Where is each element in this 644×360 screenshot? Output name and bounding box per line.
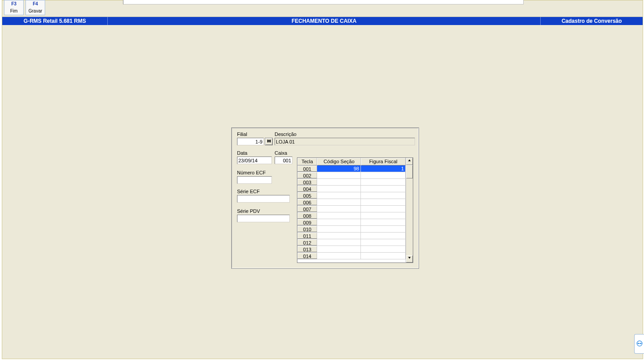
title-center: FECHAMENTO DE CAIXA <box>108 17 541 25</box>
serie-ecf-label: Série ECF <box>237 189 260 194</box>
serie-pdv-label: Série PDV <box>237 208 260 214</box>
f4-key-label: F4 <box>26 1 45 7</box>
row-figura-cell[interactable] <box>361 179 406 185</box>
table-row[interactable]: 008 <box>297 212 406 219</box>
table-row[interactable]: 012 <box>297 239 406 246</box>
row-codigo-cell[interactable]: 98 <box>317 165 361 172</box>
f3-label: Fim <box>4 8 23 14</box>
row-figura-cell[interactable] <box>361 226 406 232</box>
row-tecla-cell: 008 <box>297 212 317 219</box>
grid-header-tecla[interactable]: Tecla <box>297 158 317 165</box>
row-codigo-cell[interactable] <box>317 239 361 246</box>
row-codigo-cell[interactable] <box>317 246 361 252</box>
teamviewer-tab[interactable] <box>634 334 644 354</box>
row-tecla-cell: 003 <box>297 179 317 185</box>
table-row[interactable]: 003 <box>297 179 406 186</box>
row-tecla-cell: 012 <box>297 239 317 246</box>
filial-input[interactable] <box>237 138 264 145</box>
row-codigo-cell[interactable] <box>317 212 361 219</box>
f3-fim-button[interactable]: F3 Fim <box>4 0 24 15</box>
workspace: Filial Descrição Data Caixa Número ECF S… <box>2 26 643 359</box>
f4-label: Gravar <box>26 8 45 14</box>
row-codigo-cell[interactable] <box>317 206 361 212</box>
row-figura-cell[interactable] <box>361 246 406 252</box>
descricao-input <box>275 138 415 145</box>
secao-grid[interactable]: Tecla Código Seção Figura Fiscal 0019810… <box>297 157 413 263</box>
toolbar: F3 Fim F4 Gravar <box>2 0 643 17</box>
title-left: G-RMS Retail 5.681 RMS <box>2 17 108 25</box>
form-panel: Filial Descrição Data Caixa Número ECF S… <box>231 127 419 269</box>
row-tecla-cell: 006 <box>297 199 317 205</box>
row-figura-cell[interactable] <box>361 192 406 199</box>
grid-header-codigo-secao[interactable]: Código Seção <box>317 158 361 165</box>
table-row[interactable]: 006 <box>297 199 406 206</box>
triangle-up-icon <box>408 159 411 163</box>
scroll-up-button[interactable] <box>406 158 413 165</box>
descricao-label: Descrição <box>275 131 297 137</box>
table-row[interactable]: 005 <box>297 192 406 199</box>
f3-key-label: F3 <box>4 1 23 7</box>
table-row[interactable]: 001981 <box>297 165 406 172</box>
data-label: Data <box>237 150 247 156</box>
row-tecla-cell: 013 <box>297 246 317 252</box>
row-tecla-cell: 001 <box>297 165 317 172</box>
table-row[interactable]: 011 <box>297 233 406 239</box>
binoculars-icon <box>267 139 271 144</box>
row-tecla-cell: 002 <box>297 172 317 178</box>
title-right: Cadastro de Conversão <box>541 17 643 25</box>
scroll-down-button[interactable] <box>406 255 413 263</box>
row-codigo-cell[interactable] <box>317 172 361 178</box>
table-row[interactable]: 004 <box>297 186 406 192</box>
triangle-down-icon <box>408 256 411 260</box>
row-figura-cell[interactable] <box>361 172 406 178</box>
teamviewer-icon <box>636 340 643 347</box>
row-tecla-cell: 014 <box>297 253 317 259</box>
scroll-thumb[interactable] <box>406 165 413 178</box>
row-figura-cell[interactable]: 1 <box>361 165 406 172</box>
row-codigo-cell[interactable] <box>317 199 361 205</box>
table-row[interactable]: 013 <box>297 246 406 253</box>
row-codigo-cell[interactable] <box>317 226 361 232</box>
caixa-label: Caixa <box>275 150 287 156</box>
serie-ecf-input[interactable] <box>237 195 290 203</box>
row-codigo-cell[interactable] <box>317 253 361 259</box>
row-codigo-cell[interactable] <box>317 192 361 199</box>
row-figura-cell[interactable] <box>361 219 406 225</box>
table-row[interactable]: 009 <box>297 219 406 226</box>
title-bar: G-RMS Retail 5.681 RMS FECHAMENTO DE CAI… <box>2 17 643 25</box>
row-codigo-cell[interactable] <box>317 186 361 192</box>
row-codigo-cell[interactable] <box>317 233 361 239</box>
row-tecla-cell: 004 <box>297 186 317 192</box>
row-figura-cell[interactable] <box>361 239 406 246</box>
numero-ecf-input[interactable] <box>237 176 272 184</box>
grid-header-figura-fiscal[interactable]: Figura Fiscal <box>361 158 406 165</box>
row-tecla-cell: 005 <box>297 192 317 199</box>
serie-pdv-input[interactable] <box>237 215 290 222</box>
row-tecla-cell: 009 <box>297 219 317 225</box>
row-figura-cell[interactable] <box>361 253 406 259</box>
row-figura-cell[interactable] <box>361 212 406 219</box>
row-tecla-cell: 010 <box>297 226 317 232</box>
row-figura-cell[interactable] <box>361 199 406 205</box>
f4-gravar-button[interactable]: F4 Gravar <box>25 0 45 15</box>
filial-label: Filial <box>237 131 247 137</box>
svg-rect-1 <box>638 343 640 343</box>
table-row[interactable]: 014 <box>297 253 406 259</box>
row-tecla-cell: 011 <box>297 233 317 239</box>
row-figura-cell[interactable] <box>361 186 406 192</box>
numero-ecf-label: Número ECF <box>237 170 266 175</box>
row-codigo-cell[interactable] <box>317 219 361 225</box>
table-row[interactable]: 007 <box>297 206 406 212</box>
row-figura-cell[interactable] <box>361 233 406 239</box>
row-codigo-cell[interactable] <box>317 179 361 185</box>
row-figura-cell[interactable] <box>361 206 406 212</box>
table-row[interactable]: 002 <box>297 172 406 179</box>
data-input[interactable] <box>237 157 272 164</box>
filial-lookup-button[interactable] <box>265 138 273 145</box>
grid-scrollbar[interactable] <box>406 158 413 263</box>
caixa-input[interactable] <box>275 157 292 164</box>
row-tecla-cell: 007 <box>297 206 317 212</box>
grid-header-row: Tecla Código Seção Figura Fiscal <box>297 158 406 165</box>
toolbar-empty-field <box>123 0 524 4</box>
table-row[interactable]: 010 <box>297 226 406 233</box>
